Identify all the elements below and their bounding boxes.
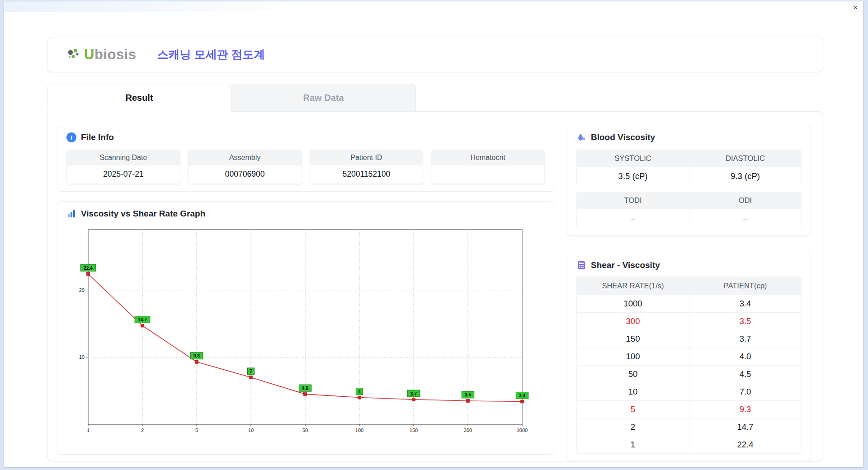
point-label: 4.5 [302, 386, 308, 391]
patient-cell: 9.3 [689, 401, 801, 418]
metric-value: 9.3 (cP) [689, 167, 801, 186]
shear-viscosity-card: Shear - Viscosity SHEAR RATE(1/s)PATIENT… [567, 253, 811, 461]
field-value: 000706900 [189, 165, 302, 183]
blood-viscosity-card: Blood Viscosity SYSTOLIC3.5 (cP)DIASTOLI… [567, 125, 811, 236]
x-tick-label: 10 [248, 428, 254, 433]
data-point-marker [467, 399, 470, 402]
data-point-marker [304, 393, 307, 396]
x-tick-label: 1 [87, 428, 90, 433]
shear-rate-cell: 10 [577, 383, 689, 400]
droplet-icon [576, 132, 586, 142]
right-column: Blood Viscosity SYSTOLIC3.5 (cP)DIASTOLI… [567, 125, 811, 461]
metric-label: DIASTOLIC [689, 150, 801, 167]
field-label: Hematocrit [431, 150, 544, 165]
ubiosis-logo: Ubiosis [66, 47, 136, 63]
app-title: 스캐닝 모세관 점도계 [157, 47, 265, 62]
point-label: 3.7 [410, 391, 417, 396]
data-point-marker [521, 400, 524, 403]
file-info-title-text: File Info [81, 132, 114, 142]
point-label: 14.7 [138, 317, 147, 322]
field-label: Patient ID [310, 150, 423, 165]
patient-cell: 4.0 [689, 348, 801, 365]
blood-viscosity-cell: DIASTOLIC9.3 (cP) [689, 150, 801, 186]
left-column: i File Info Scanning Date2025-07-21Assem… [57, 125, 554, 455]
calculator-icon [576, 260, 586, 270]
file-info-fields: Scanning Date2025-07-21Assembly000706900… [66, 150, 545, 184]
data-point-marker [141, 324, 144, 327]
field-value: 2025-07-21 [67, 165, 180, 183]
metric-label: SYSTOLIC [577, 150, 689, 167]
column-header: SHEAR RATE(1/s) [577, 277, 689, 295]
header-card: Ubiosis 스캐닝 모세관 점도계 [47, 37, 823, 72]
table-row: 214.7 [577, 418, 801, 436]
file-info-field: Scanning Date2025-07-21 [66, 150, 180, 184]
data-point-marker [87, 273, 90, 276]
point-label: 22.4 [84, 266, 93, 271]
field-value: 52001152100 [310, 165, 423, 183]
x-tick-label: 2 [141, 428, 144, 433]
graph-title: Viscosity vs Shear Rate Graph [66, 209, 545, 219]
blood-viscosity-cell: ODI– [689, 192, 801, 228]
blood-viscosity-title: Blood Viscosity [576, 132, 802, 142]
graph-title-text: Viscosity vs Shear Rate Graph [81, 209, 205, 219]
shear-viscosity-table: SHEAR RATE(1/s)PATIENT(cp)10003.43003.51… [576, 277, 802, 454]
data-point-marker [195, 360, 198, 363]
file-info-title: i File Info [66, 132, 545, 142]
info-icon: i [66, 132, 76, 142]
blood-viscosity-title-text: Blood Viscosity [591, 132, 655, 142]
viscosity-chart: 12510501001503001000102022.414.79.374.54… [70, 226, 531, 440]
metric-value: – [689, 209, 801, 228]
shear-rate-cell: 5 [577, 401, 689, 418]
tab-bar: Result Raw Data [47, 84, 823, 112]
metric-label: ODI [689, 192, 801, 209]
patient-cell: 14.7 [689, 418, 801, 436]
tab-result[interactable]: Result [47, 84, 231, 112]
metric-value: – [577, 209, 689, 228]
patient-cell: 3.4 [689, 295, 801, 312]
close-button[interactable]: × [850, 2, 860, 13]
point-label: 7 [250, 369, 252, 374]
blood-viscosity-cell: SYSTOLIC3.5 (cP) [577, 150, 689, 186]
table-row: 59.3 [577, 401, 801, 418]
shear-rate-cell: 300 [577, 313, 689, 330]
y-tick-label: 10 [79, 354, 85, 360]
tab-raw-data[interactable]: Raw Data [231, 84, 416, 112]
table-row: 122.4 [577, 436, 801, 453]
point-label: 9.3 [193, 353, 200, 358]
metric-label: TODI [577, 192, 689, 209]
field-value [431, 165, 544, 183]
logo-letter-u: U [84, 47, 94, 62]
app-window: × Ubiosis 스캐닝 모세관 점도계 Result Raw Data [4, 1, 863, 468]
x-tick-label: 50 [302, 428, 308, 433]
file-info-field: Patient ID52001152100 [310, 150, 424, 184]
file-info-card: i File Info Scanning Date2025-07-21Assem… [57, 125, 554, 192]
shear-rate-cell: 1000 [577, 295, 689, 312]
file-info-field: Assembly000706900 [188, 150, 302, 184]
table-row: 107.0 [577, 383, 801, 401]
table-row: 1004.0 [577, 348, 801, 366]
shear-viscosity-title: Shear - Viscosity [576, 260, 802, 270]
blood-viscosity-row: TODI–ODI– [576, 192, 802, 228]
table-row: 504.5 [577, 366, 801, 383]
table-row: 10003.4 [577, 295, 801, 313]
x-tick-label: 100 [355, 428, 363, 433]
point-label: 3.5 [465, 392, 471, 397]
data-point-marker [358, 396, 361, 399]
y-tick-label: 20 [79, 287, 85, 293]
patient-cell: 3.5 [689, 313, 801, 330]
main-panel: i File Info Scanning Date2025-07-21Assem… [47, 111, 823, 461]
logo-text: Ubiosis [84, 47, 136, 63]
shear-rate-cell: 2 [577, 418, 689, 436]
shear-rate-cell: 100 [577, 348, 689, 365]
column-header: PATIENT(cp) [689, 277, 801, 295]
graph-card: Viscosity vs Shear Rate Graph 1251050100… [57, 201, 554, 455]
blood-viscosity-cell: TODI– [577, 192, 689, 228]
shear-rate-cell: 1 [577, 436, 689, 453]
x-tick-label: 1000 [517, 428, 528, 433]
data-point-marker [250, 376, 253, 379]
patient-cell: 4.5 [689, 366, 801, 383]
x-tick-label: 150 [410, 428, 418, 433]
shear-rate-cell: 150 [577, 330, 689, 348]
point-label: 3.4 [519, 393, 525, 398]
table-row: 3003.5 [577, 313, 801, 330]
